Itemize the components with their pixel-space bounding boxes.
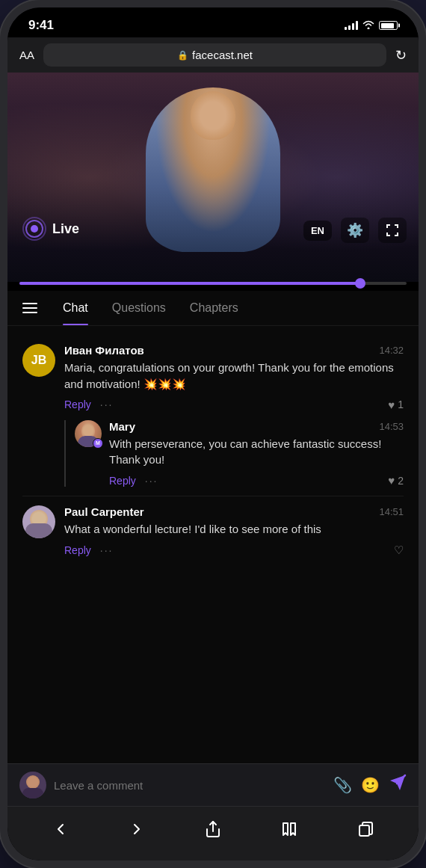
progress-fill bbox=[19, 282, 360, 285]
like-button[interactable]: ♥ 1 bbox=[388, 398, 404, 411]
lock-icon: 🔒 bbox=[177, 50, 188, 61]
avatar bbox=[22, 505, 55, 538]
signal-icon bbox=[345, 21, 358, 30]
phone-inner: 9:41 bbox=[7, 7, 419, 861]
url-text: facecast.net bbox=[192, 49, 253, 61]
reload-button[interactable]: ↻ bbox=[395, 47, 407, 64]
reply-thread: M Mary 14:53 With perseverance, you can … bbox=[64, 420, 404, 487]
reply-body: Mary 14:53 With perseverance, you can ac… bbox=[109, 420, 404, 487]
live-label: Live bbox=[52, 221, 79, 237]
avatar: JB bbox=[22, 344, 55, 377]
reply-text: With perseverance, you can achieve fanta… bbox=[109, 436, 404, 469]
notch bbox=[166, 7, 260, 33]
forward-button[interactable] bbox=[120, 816, 153, 843]
reply-author: Mary bbox=[109, 420, 135, 433]
reply-item: M Mary 14:53 With perseverance, you can … bbox=[75, 420, 404, 487]
like-count: 1 bbox=[398, 398, 404, 410]
avatar-badge: M bbox=[93, 438, 103, 449]
emoji-icon[interactable]: 🙂 bbox=[361, 776, 380, 794]
status-time: 9:41 bbox=[28, 18, 54, 33]
browser-bar: AA 🔒 facecast.net ↻ bbox=[7, 37, 419, 73]
reply-like-button[interactable]: ♥ 2 bbox=[388, 474, 404, 487]
comment-time: 14:51 bbox=[379, 506, 404, 517]
reply-like-count: 2 bbox=[398, 475, 404, 487]
tabs-button[interactable] bbox=[349, 816, 382, 843]
reply-avatar-wrapper: M bbox=[75, 420, 102, 447]
send-button[interactable] bbox=[389, 774, 407, 796]
comment-item: JB Иван Филатов 14:32 Maria, congratulat… bbox=[7, 335, 419, 496]
comment-body: Paul Carpenter 14:51 What a wonderful le… bbox=[64, 505, 404, 557]
input-icons: 📎 🙂 bbox=[333, 774, 407, 796]
more-button[interactable]: ··· bbox=[100, 398, 114, 410]
phone-frame: 9:41 bbox=[0, 0, 426, 868]
svg-rect-1 bbox=[359, 825, 369, 836]
tab-chat[interactable]: Chat bbox=[51, 291, 100, 325]
reply-reply-button[interactable]: Reply bbox=[109, 475, 136, 487]
bookmarks-button[interactable] bbox=[273, 816, 306, 843]
status-icons bbox=[345, 19, 398, 31]
attachment-icon[interactable]: 📎 bbox=[333, 776, 352, 794]
battery-icon bbox=[379, 21, 398, 30]
live-badge: Live bbox=[22, 217, 79, 241]
comment-actions: Reply ··· ♡ bbox=[64, 544, 404, 557]
video-controls: EN ⚙️ bbox=[303, 218, 407, 243]
progress-thumb bbox=[355, 278, 365, 289]
reply-heart-icon: ♥ bbox=[388, 474, 395, 487]
comment-body: Иван Филатов 14:32 Maria, congratulation… bbox=[64, 344, 404, 487]
comment-actions: Reply ··· ♥ 1 bbox=[64, 398, 404, 411]
hamburger-menu[interactable] bbox=[22, 292, 45, 324]
progress-track[interactable] bbox=[19, 282, 407, 285]
tabs-bar: Chat Questions Chapters bbox=[7, 291, 419, 326]
comment-header: Иван Филатов 14:32 bbox=[64, 344, 404, 357]
more-button[interactable]: ··· bbox=[100, 544, 114, 556]
reply-time: 14:53 bbox=[379, 421, 404, 432]
reply-button[interactable]: Reply bbox=[64, 544, 91, 556]
tab-questions[interactable]: Questions bbox=[100, 291, 178, 325]
video-player[interactable]: Live EN ⚙️ bbox=[7, 73, 419, 282]
live-pulse-icon bbox=[22, 217, 46, 241]
comment-time: 14:32 bbox=[379, 345, 404, 356]
share-button[interactable] bbox=[197, 816, 229, 843]
comment-author: Paul Carpenter bbox=[64, 505, 144, 518]
user-avatar bbox=[19, 772, 46, 798]
like-button[interactable]: ♡ bbox=[394, 544, 404, 557]
settings-button[interactable]: ⚙️ bbox=[341, 218, 369, 243]
url-bar[interactable]: 🔒 facecast.net bbox=[43, 43, 386, 67]
comment-input[interactable] bbox=[54, 779, 326, 792]
reply-more-button[interactable]: ··· bbox=[145, 475, 158, 487]
reply-actions: Reply ··· ♥ 2 bbox=[109, 474, 404, 487]
tab-chapters[interactable]: Chapters bbox=[178, 291, 250, 325]
back-button[interactable] bbox=[44, 816, 77, 843]
browser-aa-button[interactable]: AA bbox=[19, 49, 34, 61]
fullscreen-button[interactable] bbox=[378, 218, 407, 243]
wifi-icon bbox=[362, 19, 374, 31]
comment-text: What a wonderful lecture! I'd like to se… bbox=[64, 521, 404, 538]
comment-item: Paul Carpenter 14:51 What a wonderful le… bbox=[7, 496, 419, 566]
heart-icon: ♥ bbox=[388, 398, 395, 411]
comment-header: Paul Carpenter 14:51 bbox=[64, 505, 404, 518]
comment-text: Maria, congratulations on your growth! T… bbox=[64, 360, 404, 393]
heart-icon: ♡ bbox=[394, 544, 404, 557]
bottom-nav bbox=[7, 806, 419, 861]
comment-author: Иван Филатов bbox=[64, 344, 144, 357]
reply-button[interactable]: Reply bbox=[64, 398, 91, 410]
video-overlay: Live EN ⚙️ bbox=[7, 73, 419, 282]
comment-input-area: 📎 🙂 bbox=[7, 763, 419, 806]
language-button[interactable]: EN bbox=[303, 221, 332, 241]
chat-area: JB Иван Филатов 14:32 Maria, congratulat… bbox=[7, 326, 419, 763]
progress-bar-area bbox=[7, 282, 419, 291]
